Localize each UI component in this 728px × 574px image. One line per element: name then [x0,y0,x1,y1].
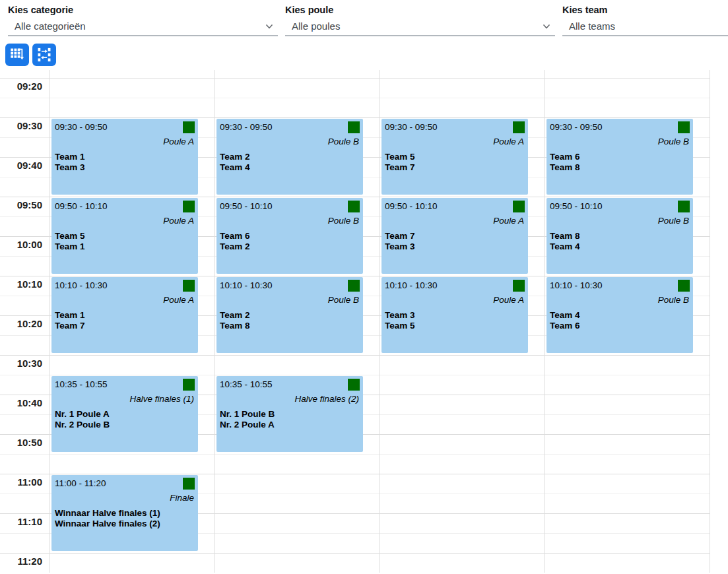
event-time: 10:10 - 10:30 [55,280,195,291]
grid-view-button[interactable] [5,44,29,66]
event-teams: Team 6Team 8 [550,152,690,172]
categorie-select[interactable]: Alle categorieën [8,17,278,36]
slot-line [0,454,710,455]
event-team: Team 1 [55,241,195,252]
column-line [50,70,50,573]
event-team: Team 5 [385,152,525,162]
event-card[interactable]: 09:30 - 09:50Poule ATeam 5Team 7 [381,119,528,195]
filter-poule-label: Kies poule [285,5,555,15]
event-team: Nr. 1 Poule B [220,409,360,420]
time-axis-label: 10:40 [0,398,42,408]
event-team: Team 6 [220,231,360,241]
event-team: Team 3 [385,241,525,252]
slot-line [0,78,710,79]
event-teams: Team 7Team 3 [385,231,525,251]
filter-categorie-label: Kies categorie [8,5,278,15]
event-poule-label: Finale [55,493,195,503]
status-square-icon [348,280,360,292]
event-card[interactable]: 09:50 - 10:10Poule ATeam 7Team 3 [381,198,528,274]
status-square-icon [678,201,690,212]
time-axis-label: 10:00 [0,239,42,249]
event-poule-label: Poule A [55,137,195,147]
event-time: 09:30 - 09:50 [385,122,525,133]
status-square-icon [183,201,195,212]
event-team: Team 1 [55,310,195,321]
filter-team-label: Kies team [562,5,728,15]
bracket-view-button[interactable] [32,44,56,66]
time-axis-label: 09:40 [0,160,42,170]
time-axis-label: 11:00 [0,477,42,487]
time-axis-label: 09:20 [0,81,42,91]
status-square-icon [513,201,525,212]
event-card[interactable]: 09:50 - 10:10Poule BTeam 6Team 2 [216,198,363,274]
column-line [380,70,380,573]
event-card[interactable]: 10:10 - 10:30Poule ATeam 3Team 5 [381,277,528,353]
event-poule-label: Poule B [220,137,360,147]
schedule-grid-icon [10,48,24,62]
time-axis-label: 09:30 [0,121,42,131]
event-card[interactable]: 10:35 - 10:55Halve finales (2)Nr. 1 Poul… [216,376,363,452]
event-time: 10:35 - 10:55 [220,379,360,390]
event-team: Nr. 2 Poule B [55,420,195,430]
filter-categorie: Kies categorie Alle categorieën [8,5,278,36]
event-teams: Team 5Team 1 [55,231,195,251]
status-square-icon [513,121,525,133]
chevron-down-icon [542,22,551,31]
event-team: Team 7 [385,162,525,173]
event-poule-label: Halve finales (2) [220,394,360,404]
event-team: Team 5 [55,231,195,241]
event-poule-label: Poule B [550,295,690,305]
event-card[interactable]: 09:30 - 09:50Poule ATeam 1Team 3 [51,119,198,195]
event-time: 10:10 - 10:30 [550,280,690,291]
poule-select-value: Alle poules [292,20,340,32]
event-team: Team 7 [385,231,525,241]
event-card[interactable]: 11:00 - 11:20FinaleWinnaar Halve finales… [51,475,198,551]
event-team: Team 2 [220,152,360,162]
event-team: Team 6 [550,321,690,331]
slot-line [0,117,710,118]
event-time: 10:35 - 10:55 [55,379,195,390]
time-axis-label: 10:50 [0,437,42,447]
poule-select[interactable]: Alle poules [285,17,555,36]
filter-bar: Kies categorie Alle categorieën Kies pou… [0,0,728,36]
event-teams: Nr. 1 Poule ANr. 2 Poule B [55,409,195,430]
time-axis-label: 09:50 [0,200,42,210]
event-card[interactable]: 10:10 - 10:30Poule BTeam 4Team 6 [546,277,693,353]
event-teams: Team 1Team 7 [55,310,195,331]
event-card[interactable]: 09:50 - 10:10Poule ATeam 5Team 1 [51,198,198,274]
status-square-icon [183,478,195,490]
status-square-icon [678,280,690,292]
event-poule-label: Poule B [550,216,690,226]
team-select[interactable]: Alle teams [562,17,728,36]
filter-team: Kies team Alle teams [562,5,728,36]
event-poule-label: Poule A [55,295,195,305]
event-card[interactable]: 10:10 - 10:30Poule BTeam 2Team 8 [216,277,363,353]
event-poule-label: Poule A [55,216,195,226]
event-team: Winnaar Halve finales (1) [55,508,195,519]
event-teams: Team 1Team 3 [55,152,195,172]
event-card[interactable]: 10:10 - 10:30Poule ATeam 1Team 7 [51,277,198,353]
event-team: Nr. 1 Poule A [55,409,195,420]
event-teams: Team 2Team 4 [220,152,360,172]
event-time: 09:50 - 10:10 [385,201,525,212]
status-square-icon [183,280,195,292]
event-team: Team 8 [550,231,690,241]
slot-line [0,276,710,276]
event-team: Team 2 [220,310,360,321]
slot-line [0,197,710,197]
filter-poule: Kies poule Alle poules [285,5,555,36]
event-teams: Team 5Team 7 [385,152,525,172]
categorie-select-value: Alle categorieën [15,20,86,32]
status-square-icon [678,121,690,133]
event-card[interactable]: 09:30 - 09:50Poule BTeam 2Team 4 [216,119,363,195]
event-card[interactable]: 09:50 - 10:10Poule BTeam 8Team 4 [546,198,693,274]
slot-line [0,375,710,375]
event-card[interactable]: 10:35 - 10:55Halve finales (1)Nr. 1 Poul… [51,376,198,452]
event-teams: Team 2Team 8 [220,310,360,331]
event-team: Team 6 [550,152,690,162]
event-card[interactable]: 09:30 - 09:50Poule BTeam 6Team 8 [546,119,693,195]
event-teams: Team 8Team 4 [550,231,690,251]
event-team: Team 3 [55,162,195,173]
status-square-icon [183,121,195,133]
event-poule-label: Poule B [220,216,360,226]
